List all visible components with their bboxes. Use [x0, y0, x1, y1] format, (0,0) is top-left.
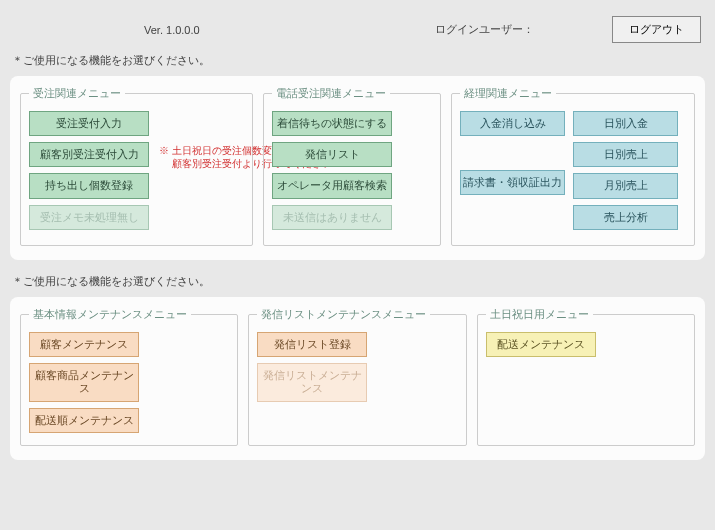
- customer-order-entry-button[interactable]: 顧客別受注受付入力: [29, 142, 149, 167]
- invoice-receipt-output-button[interactable]: 請求書・領収証出力: [460, 170, 565, 195]
- holiday-menu-legend: 土日祝日用メニュー: [486, 307, 593, 322]
- delivery-order-maint-button[interactable]: 配送順メンテナンス: [29, 408, 139, 433]
- delivery-maint-button[interactable]: 配送メンテナンス: [486, 332, 596, 357]
- order-menu-group: 受注関連メニュー 受注受付入力 顧客別受注受付入力 持ち出し個数登録 受注メモ未…: [20, 86, 253, 246]
- logout-button[interactable]: ログアウト: [612, 16, 701, 43]
- section2-panel: 基本情報メンテナンスメニュー 顧客メンテナンス 顧客商品メンテナンス 配送順メン…: [10, 297, 705, 460]
- accounting-menu-legend: 経理関連メニュー: [460, 86, 556, 101]
- section1-prompt: ＊ご使用になる機能をお選びください。: [12, 53, 705, 68]
- calllist-maint-legend: 発信リストメンテナンスメニュー: [257, 307, 430, 322]
- phone-order-menu-legend: 電話受注関連メニュー: [272, 86, 390, 101]
- master-maint-legend: 基本情報メンテナンスメニュー: [29, 307, 191, 322]
- login-user-name: [538, 22, 582, 37]
- order-memo-none-button[interactable]: 受注メモ未処理無し: [29, 205, 149, 230]
- holiday-menu-group: 土日祝日用メニュー 配送メンテナンス: [477, 307, 695, 446]
- phone-order-menu-group: 電話受注関連メニュー 着信待ちの状態にする 発信リスト オペレータ用顧客検索 未…: [263, 86, 441, 246]
- master-maint-group: 基本情報メンテナンスメニュー 顧客メンテナンス 顧客商品メンテナンス 配送順メン…: [20, 307, 238, 446]
- no-unsent-button[interactable]: 未送信はありません: [272, 205, 392, 230]
- customer-product-maint-button[interactable]: 顧客商品メンテナンス: [29, 363, 139, 401]
- order-entry-button[interactable]: 受注受付入力: [29, 111, 149, 136]
- section1-panel: 受注関連メニュー 受注受付入力 顧客別受注受付入力 持ち出し個数登録 受注メモ未…: [10, 76, 705, 260]
- payment-clear-button[interactable]: 入金消し込み: [460, 111, 565, 136]
- takeout-qty-button[interactable]: 持ち出し個数登録: [29, 173, 149, 198]
- daily-sales-button[interactable]: 日別売上: [573, 142, 678, 167]
- sales-analysis-button[interactable]: 売上分析: [573, 205, 678, 230]
- app-header: Ver. 1.0.0.0 ログインユーザー： ログアウト: [10, 10, 705, 49]
- version-label: Ver. 1.0.0.0: [144, 24, 200, 36]
- calllist-maint-button[interactable]: 発信リストメンテナンス: [257, 363, 367, 401]
- calllist-register-button[interactable]: 発信リスト登録: [257, 332, 367, 357]
- section2-prompt: ＊ご使用になる機能をお選びください。: [12, 274, 705, 289]
- order-menu-legend: 受注関連メニュー: [29, 86, 125, 101]
- call-list-button[interactable]: 発信リスト: [272, 142, 392, 167]
- calllist-maint-group: 発信リストメンテナンスメニュー 発信リスト登録 発信リストメンテナンス: [248, 307, 466, 446]
- login-user-label: ログインユーザー：: [435, 22, 534, 37]
- daily-deposit-button[interactable]: 日別入金: [573, 111, 678, 136]
- operator-customer-search-button[interactable]: オペレータ用顧客検索: [272, 173, 392, 198]
- customer-maint-button[interactable]: 顧客メンテナンス: [29, 332, 139, 357]
- wait-incoming-button[interactable]: 着信待ちの状態にする: [272, 111, 392, 136]
- accounting-menu-group: 経理関連メニュー 入金消し込み 請求書・領収証出力 日別入金 日別売上 月別売上…: [451, 86, 695, 246]
- monthly-sales-button[interactable]: 月別売上: [573, 173, 678, 198]
